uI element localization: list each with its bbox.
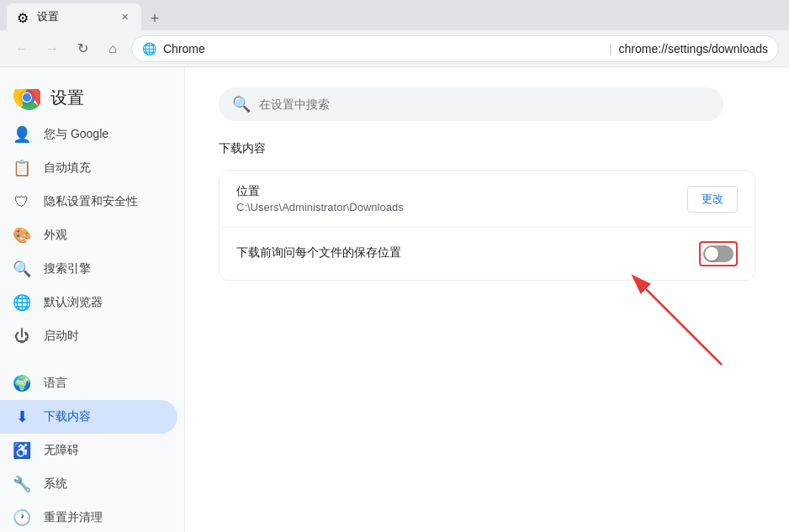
location-path: C:\Users\Administrator\Downloads (236, 201, 687, 213)
sidebar-item-label: 搜索引擎 (44, 261, 91, 277)
tab-favicon: ⚙ (17, 10, 30, 24)
red-arrow-svg (570, 272, 739, 382)
sidebar-title: 设置 (50, 87, 84, 109)
ask-where-label: 下载前询问每个文件的保存位置 (236, 245, 699, 261)
sidebar-item-reset[interactable]: 🕐 重置并清理 (0, 501, 177, 532)
sidebar-item-label: 无障碍 (44, 443, 79, 458)
browser-frame: ⚙ 设置 ✕ + ← → ↻ ⌂ 🌐 Chrome | chrome://set… (0, 0, 789, 532)
active-tab[interactable]: ⚙ 设置 ✕ (7, 3, 141, 30)
sidebar-item-search[interactable]: 🔍 搜索引擎 (0, 252, 177, 286)
sidebar-item-label: 启动时 (44, 329, 79, 344)
new-tab-button[interactable]: + (143, 7, 167, 30)
address-bar[interactable]: 🌐 Chrome | chrome://settings/downloads (131, 35, 779, 62)
sidebar-item-appearance[interactable]: 🎨 外观 (0, 219, 177, 252)
sidebar-item-label: 默认浏览器 (44, 295, 103, 310)
search-input[interactable] (259, 97, 710, 111)
sidebar-item-label: 隐私设置和安全性 (44, 194, 138, 209)
home-button[interactable]: ⌂ (101, 37, 124, 61)
change-location-button[interactable]: 更改 (687, 186, 738, 213)
address-url: chrome://settings/downloads (619, 42, 768, 55)
annotation-area (219, 289, 755, 398)
search-icon: 🔍 (13, 261, 30, 277)
sidebar-item-label: 下载内容 (44, 409, 91, 424)
ask-where-toggle[interactable] (703, 245, 733, 262)
sidebar-item-google[interactable]: 👤 您与 Google (0, 118, 177, 151)
search-icon: 🔍 (232, 95, 251, 113)
sidebar: 设置 👤 您与 Google 📋 自动填充 🛡 隐私设置和安全性 🎨 外观 🔍 … (0, 67, 185, 532)
svg-line-5 (646, 289, 722, 365)
refresh-button[interactable]: ↻ (71, 37, 94, 61)
sidebar-header: 设置 (0, 74, 184, 118)
section-title: 下载内容 (219, 141, 755, 156)
sidebar-item-label: 外观 (44, 228, 67, 243)
svg-point-3 (23, 93, 31, 102)
address-divider: | (609, 42, 612, 55)
content-area: 设置 👤 您与 Google 📋 自动填充 🛡 隐私设置和安全性 🎨 外观 🔍 … (0, 67, 789, 532)
tab-close-button[interactable]: ✕ (118, 10, 131, 24)
reset-icon: 🕐 (13, 509, 30, 526)
language-icon: 🌍 (13, 375, 30, 392)
sidebar-item-label: 语言 (44, 376, 67, 391)
sidebar-item-startup[interactable]: ⏻ 启动时 (0, 319, 177, 353)
toolbar: ← → ↻ ⌂ 🌐 Chrome | chrome://settings/dow… (0, 30, 789, 67)
tab-title: 设置 (37, 9, 111, 24)
startup-icon: ⏻ (13, 328, 30, 345)
location-label: 位置 (236, 184, 687, 199)
sidebar-item-label: 自动填充 (44, 161, 91, 176)
browser-icon: 🌐 (13, 294, 30, 311)
download-icon: ⬇ (13, 408, 30, 425)
toggle-wrapper (699, 241, 738, 266)
sidebar-item-browser[interactable]: 🌐 默认浏览器 (0, 286, 177, 319)
location-content: 位置 C:\Users\Administrator\Downloads (236, 184, 687, 213)
site-name: Chrome (163, 42, 602, 55)
sidebar-item-label: 系统 (44, 477, 67, 492)
person-icon: 👤 (13, 126, 30, 143)
location-row: 位置 C:\Users\Administrator\Downloads 更改 (220, 171, 755, 228)
tab-bar: ⚙ 设置 ✕ + (0, 0, 789, 30)
shield-icon: 🛡 (13, 193, 30, 210)
accessibility-icon: ♿ (13, 442, 30, 459)
settings-card: 位置 C:\Users\Administrator\Downloads 更改 下… (219, 170, 755, 281)
ask-where-content: 下载前询问每个文件的保存位置 (236, 245, 699, 262)
sidebar-item-downloads[interactable]: ⬇ 下载内容 (0, 400, 177, 434)
toggle-knob (705, 247, 718, 261)
sidebar-item-language[interactable]: 🌍 语言 (0, 366, 177, 400)
system-icon: 🔧 (13, 476, 30, 492)
sidebar-item-privacy[interactable]: 🛡 隐私设置和安全性 (0, 185, 177, 219)
sidebar-item-autofill[interactable]: 📋 自动填充 (0, 151, 177, 185)
autofill-icon: 📋 (13, 160, 30, 176)
search-bar[interactable]: 🔍 (219, 87, 723, 121)
main-content: 🔍 下载内容 位置 C:\Users\Administrator\Downloa… (185, 67, 789, 532)
back-button[interactable]: ← (10, 37, 34, 61)
sidebar-item-system[interactable]: 🔧 系统 (0, 467, 177, 501)
appearance-icon: 🎨 (13, 227, 30, 244)
chrome-logo (13, 84, 40, 111)
sidebar-item-accessibility[interactable]: ♿ 无障碍 (0, 434, 177, 467)
sidebar-item-label: 您与 Google (44, 127, 109, 142)
sidebar-item-label: 重置并清理 (44, 510, 103, 525)
security-icon: 🌐 (142, 42, 156, 55)
forward-button[interactable]: → (40, 37, 64, 61)
